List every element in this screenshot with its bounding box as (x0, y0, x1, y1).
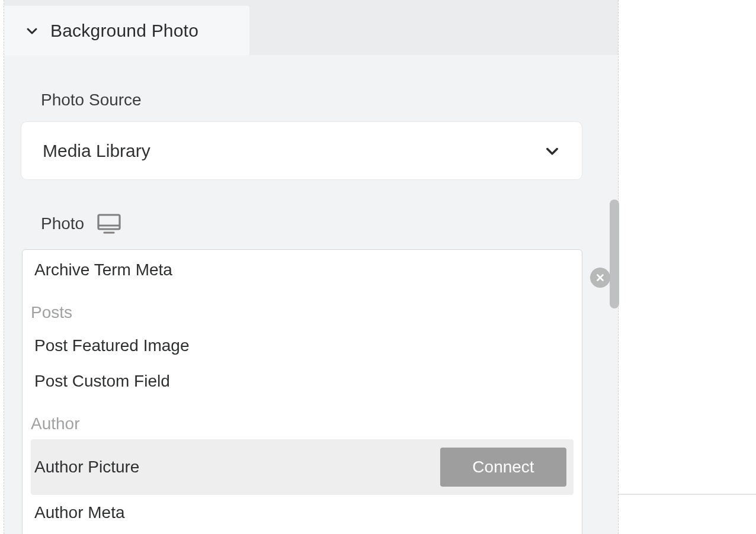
tab-label: Background Photo (50, 21, 198, 41)
dropdown-group-author: Author (23, 399, 582, 439)
scrollbar-thumb[interactable] (610, 200, 619, 308)
photo-source-dropdown: Archive Term Meta Posts Post Featured Im… (22, 249, 582, 534)
settings-panel: Background Photo Photo Source Media Libr… (4, 0, 619, 534)
chevron-down-icon (544, 143, 560, 159)
desktop-icon[interactable] (97, 214, 121, 234)
dropdown-group-user: User (23, 530, 582, 534)
dropdown-item-archive-term-meta[interactable]: Archive Term Meta (23, 257, 582, 288)
label-photo-source: Photo Source (41, 91, 142, 110)
right-canvas (619, 0, 756, 534)
dropdown-item-author-meta[interactable]: Author Meta (23, 495, 582, 530)
select-photo-source[interactable]: Media Library (21, 121, 582, 180)
dropdown-item-post-featured-image[interactable]: Post Featured Image (23, 328, 582, 363)
divider (619, 494, 756, 495)
label-photo: Photo (41, 214, 84, 233)
dropdown-item-author-picture[interactable]: Author Picture Connect (31, 439, 574, 495)
connect-button[interactable]: Connect (440, 448, 566, 487)
panel-content: Photo Source Media Library Photo (4, 55, 618, 534)
chevron-down-icon (24, 23, 40, 38)
dropdown-item-post-custom-field[interactable]: Post Custom Field (23, 363, 582, 399)
close-icon[interactable] (590, 268, 610, 288)
label-photo-row: Photo (41, 214, 121, 234)
svg-rect-0 (98, 215, 120, 229)
select-value: Media Library (43, 141, 150, 161)
dropdown-group-posts: Posts (23, 288, 582, 328)
tab-background-photo[interactable]: Background Photo (4, 6, 249, 55)
